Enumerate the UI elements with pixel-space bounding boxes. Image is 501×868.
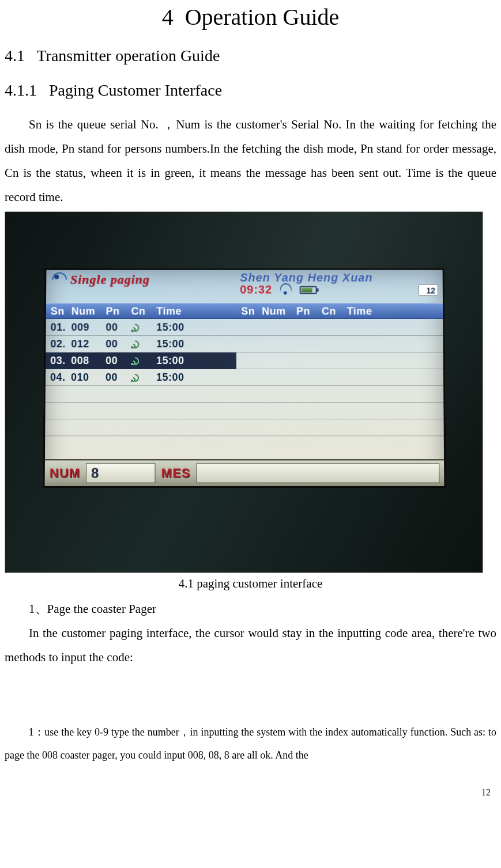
header-sn-r: Sn [236, 305, 262, 317]
section-number: 4.1 [5, 47, 25, 65]
cell-time: 15:00 [156, 338, 236, 350]
input-bar: NUM 8 MES [45, 459, 445, 486]
status-icon [131, 339, 140, 348]
section-title-text: Transmitter operation Guide [37, 47, 220, 65]
header-sn: Sn [46, 305, 71, 317]
cell-pn: 00 [106, 372, 131, 384]
cell-cn [131, 339, 156, 348]
subsection-title: 4.1.1 Paging Customer Interface [5, 81, 496, 100]
cell-num: 009 [71, 321, 106, 333]
device-top-left: Single paging [46, 270, 236, 287]
cell-time: 15:00 [156, 372, 236, 384]
status-icon [131, 356, 140, 365]
status-icon [131, 323, 140, 332]
chapter-title-text: Operation Guide [185, 4, 340, 30]
section-title: 4.1 Transmitter operation Guide [5, 47, 496, 65]
cell-num: 012 [71, 338, 106, 350]
step-title-1: 1、Page the coaster Pager [5, 597, 496, 621]
empty-row [45, 419, 236, 436]
battery-icon [300, 286, 317, 294]
cell-pn: 00 [106, 338, 131, 350]
header-pn-r: Pn [296, 305, 322, 317]
figure-caption: 4.1 paging customer interface [5, 577, 496, 591]
paragraph-1: Sn is the queue serial No. ，Num is the c… [5, 112, 496, 209]
column-headers-left: Sn Num Pn Cn Time [46, 303, 236, 319]
company-name: Shen Yang Heng Xuan [240, 271, 438, 285]
header-num-r: Num [262, 305, 296, 317]
cell-sn: 04. [46, 372, 71, 384]
empty-row [236, 336, 443, 352]
page-number: 12 [481, 787, 491, 798]
chapter-title: 4 Operation Guide [5, 3, 496, 31]
empty-row [236, 319, 443, 336]
column-headers: Sn Num Pn Cn Time Sn Num Pn Cn Time [46, 303, 443, 319]
empty-row [45, 403, 236, 419]
subsection-number: 4.1.1 [5, 81, 37, 99]
table-row[interactable]: 04.0100015:00 [46, 369, 236, 386]
data-rows-left: 01.0090015:0002.0120015:0003.0080015:000… [45, 319, 236, 436]
header-cn-r: Cn [322, 305, 347, 317]
empty-row [236, 419, 444, 436]
cell-num: 008 [71, 355, 106, 367]
empty-row [46, 386, 237, 403]
header-time: Time [156, 305, 236, 317]
data-rows-right [236, 319, 444, 436]
cell-pn: 00 [106, 355, 131, 367]
header-num: Num [71, 305, 106, 317]
header-time-r: Time [347, 305, 443, 317]
device-screen: Single paging Shen Yang Heng Xuan 09:32 … [45, 270, 445, 486]
wifi-icon [280, 285, 292, 294]
device-mode-title: Single paging [70, 272, 150, 287]
spacer [5, 767, 496, 780]
header-cn: Cn [131, 305, 156, 317]
paragraph-2: In the customer paging interface, the cu… [5, 621, 496, 669]
empty-row [236, 386, 443, 403]
empty-row [236, 403, 443, 419]
cell-pn: 00 [106, 321, 131, 333]
empty-row [236, 352, 443, 369]
table-row[interactable]: 03.0080015:00 [46, 352, 236, 369]
cell-sn: 02. [46, 338, 71, 350]
cell-cn [131, 356, 156, 365]
empty-row [236, 369, 443, 386]
status-icon [131, 373, 140, 382]
cell-cn [131, 373, 156, 382]
table-row[interactable]: 01.0090015:00 [46, 319, 237, 336]
column-headers-right: Sn Num Pn Cn Time [236, 303, 443, 319]
device-clock: 09:32 [240, 283, 272, 297]
queue-count-badge: 12 [419, 284, 438, 295]
num-input[interactable]: 8 [86, 463, 156, 483]
device-screenshot: Single paging Shen Yang Heng Xuan 09:32 … [5, 211, 483, 573]
spacer [5, 669, 496, 721]
mes-input[interactable] [196, 463, 439, 483]
chapter-number: 4 [162, 4, 174, 30]
device-top-right: Shen Yang Heng Xuan 09:32 12 [236, 270, 443, 297]
mes-input-label: MES [161, 465, 191, 480]
cell-sn: 01. [46, 321, 71, 333]
subsection-title-text: Paging Customer Interface [49, 81, 222, 99]
paragraph-3: 1：use the key 0-9 type the number，in inp… [5, 721, 496, 767]
header-pn: Pn [106, 305, 131, 317]
device-status-row: 09:32 12 [240, 283, 438, 297]
cell-time: 15:00 [156, 321, 236, 333]
num-input-label: NUM [50, 465, 80, 480]
cell-time: 15:00 [156, 355, 236, 367]
antenna-icon [52, 272, 67, 287]
cell-num: 010 [71, 372, 106, 384]
device-topbar: Single paging Shen Yang Heng Xuan 09:32 … [46, 270, 443, 302]
cell-sn: 03. [46, 355, 71, 367]
cell-cn [131, 323, 156, 332]
table-row[interactable]: 02.0120015:00 [46, 336, 236, 352]
